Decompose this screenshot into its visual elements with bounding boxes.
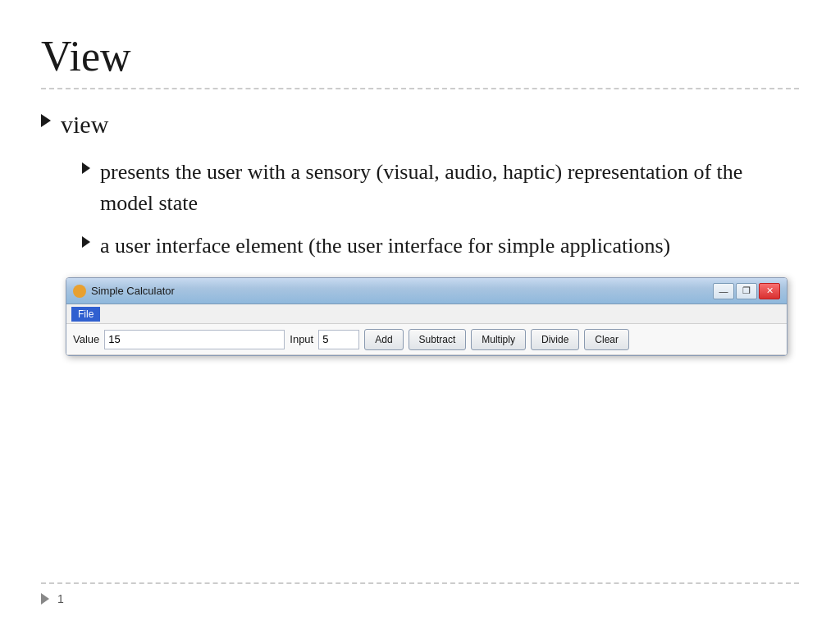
add-button[interactable]: Add [364, 329, 403, 350]
calculator-screenshot: Simple Calculator — ❐ ✕ File Open File [41, 277, 799, 356]
sub-bullet0-text: presents the user with a sensory (visual… [100, 157, 799, 218]
top-divider [41, 88, 799, 89]
calculator-window: Simple Calculator — ❐ ✕ File Open File [66, 277, 788, 356]
subtract-button[interactable]: Subtract [409, 329, 467, 350]
menubar-container: File Open File Save File [66, 304, 787, 324]
calc-toolbar: Value Input Add Subtract Multiply Divide… [66, 324, 787, 355]
bullet-level2-1: a user interface element (the user inter… [82, 231, 799, 262]
clear-button[interactable]: Clear [584, 329, 629, 350]
bullet1-arrow-icon [41, 114, 51, 127]
sub-bullet1-text: a user interface element (the user inter… [100, 231, 670, 262]
footer-area: 1 [41, 592, 799, 605]
number-input[interactable] [318, 330, 359, 349]
minimize-button[interactable]: — [713, 283, 734, 299]
footer-divider [41, 582, 799, 584]
slide-container: View view presents the user with a senso… [0, 0, 840, 630]
divide-button[interactable]: Divide [531, 329, 579, 350]
bullet-level1: view [41, 107, 799, 142]
footer-arrow-icon [41, 593, 49, 605]
bullet-level2-0: presents the user with a sensory (visual… [82, 157, 799, 218]
calc-menubar: File [66, 304, 787, 324]
close-button[interactable]: ✕ [759, 283, 780, 299]
content-area: view presents the user with a sensory (v… [41, 107, 799, 582]
multiply-button[interactable]: Multiply [471, 329, 526, 350]
maximize-button[interactable]: ❐ [736, 283, 757, 299]
sub-bullets: presents the user with a sensory (visual… [82, 157, 799, 261]
calc-title-text: Simple Calculator [91, 285, 713, 297]
value-label: Value [73, 333, 99, 345]
bullet1-text: view [61, 107, 108, 142]
calc-titlebar: Simple Calculator — ❐ ✕ [66, 278, 787, 304]
sub-bullet0-arrow-icon [82, 162, 90, 174]
calc-titlebar-buttons: — ❐ ✕ [713, 283, 780, 299]
slide-title: View [41, 33, 799, 80]
input-label: Input [290, 333, 313, 345]
value-input[interactable] [104, 330, 285, 349]
page-number: 1 [57, 592, 64, 605]
sub-bullet1-arrow-icon [82, 236, 90, 248]
calc-app-icon [73, 285, 86, 298]
file-menu-item[interactable]: File [71, 307, 100, 322]
